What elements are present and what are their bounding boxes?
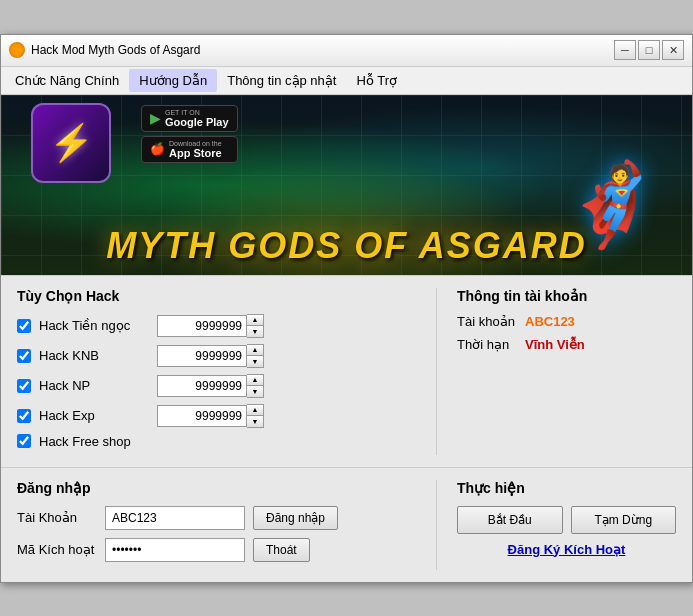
main-section: Tùy Chọn Hack Hack Tiền ngọc ▲ ▼ Hack KN…	[1, 275, 692, 467]
hack-section-title: Tùy Chọn Hack	[17, 288, 416, 304]
hack-knb-checkbox[interactable]	[17, 349, 31, 363]
hack-exp-spinner: ▲ ▼	[157, 404, 264, 428]
game-banner: ⚡ ▶ GET IT ON Google Play 🍎 Download on …	[1, 95, 692, 275]
hack-free-shop-checkbox[interactable]	[17, 434, 31, 448]
login-panel: Đăng nhập Tài Khoản Đăng nhập Mã Kích ho…	[17, 480, 436, 570]
store-badges: ▶ GET IT ON Google Play 🍎 Download on th…	[141, 105, 238, 163]
hack-np-spinner-btns: ▲ ▼	[247, 374, 264, 398]
hack-free-shop-label: Hack Free shop	[39, 434, 149, 449]
hack-option-np: Hack NP ▲ ▼	[17, 374, 416, 398]
hack-np-input[interactable]	[157, 375, 247, 397]
hack-exp-label: Hack Exp	[39, 408, 149, 423]
hero-character: 🦸	[552, 105, 672, 245]
pause-button[interactable]: Tạm Dừng	[571, 506, 677, 534]
bottom-section: Đăng nhập Tài Khoản Đăng nhập Mã Kích ho…	[1, 467, 692, 582]
hack-tien-ngoc-spinner: ▲ ▼	[157, 314, 264, 338]
app-store-badge[interactable]: 🍎 Download on the App Store	[141, 136, 238, 163]
maximize-button[interactable]: □	[638, 40, 660, 60]
menu-bar: Chức Năng Chính Hướng Dẫn Thông tin cập …	[1, 67, 692, 95]
hack-knb-down[interactable]: ▼	[247, 356, 263, 367]
google-play-badge[interactable]: ▶ GET IT ON Google Play	[141, 105, 238, 132]
hack-exp-spinner-btns: ▲ ▼	[247, 404, 264, 428]
hack-exp-input[interactable]	[157, 405, 247, 427]
username-row: Tài Khoản Đăng nhập	[17, 506, 416, 530]
hack-tien-ngoc-up[interactable]: ▲	[247, 315, 263, 326]
hack-knb-spinner: ▲ ▼	[157, 344, 264, 368]
hack-tien-ngoc-down[interactable]: ▼	[247, 326, 263, 337]
username-label: Tài Khoản	[17, 510, 97, 525]
google-play-main-text: Google Play	[165, 116, 229, 128]
account-info-panel: Thông tin tài khoản Tài khoản ABC123 Thờ…	[436, 288, 676, 455]
title-bar-controls: ─ □ ✕	[614, 40, 684, 60]
banner-game-title: MYTH GODS OF ASGARD	[1, 225, 692, 267]
close-button[interactable]: ✕	[662, 40, 684, 60]
hack-np-spinner: ▲ ▼	[157, 374, 264, 398]
apple-icon: 🍎	[150, 142, 165, 156]
tai-khoan-value: ABC123	[525, 314, 575, 329]
hack-exp-checkbox[interactable]	[17, 409, 31, 423]
hack-option-free-shop: Hack Free shop	[17, 434, 416, 449]
minimize-button[interactable]: ─	[614, 40, 636, 60]
hack-option-exp: Hack Exp ▲ ▼	[17, 404, 416, 428]
tai-khoan-label: Tài khoản	[457, 314, 517, 329]
thoi-han-value: Vĩnh Viễn	[525, 337, 585, 352]
hack-tien-ngoc-checkbox[interactable]	[17, 319, 31, 333]
hack-exp-down[interactable]: ▼	[247, 416, 263, 427]
start-button[interactable]: Bắt Đầu	[457, 506, 563, 534]
account-info-title: Thông tin tài khoản	[457, 288, 676, 304]
activation-label: Mã Kích hoạt	[17, 542, 97, 557]
account-details: Tài khoản ABC123 Thời hạn Vĩnh Viễn	[457, 314, 676, 352]
activation-input[interactable]	[105, 538, 245, 562]
menu-item-ho-tro[interactable]: Hỗ Trợ	[346, 69, 407, 92]
login-button[interactable]: Đăng nhập	[253, 506, 338, 530]
thoi-han-label: Thời hạn	[457, 337, 517, 352]
window-icon	[9, 42, 25, 58]
hack-tien-ngoc-label: Hack Tiền ngọc	[39, 318, 149, 333]
register-link[interactable]: Đăng Ký Kích Hoạt	[457, 542, 676, 557]
hack-knb-input[interactable]	[157, 345, 247, 367]
account-row-expiry: Thời hạn Vĩnh Viễn	[457, 337, 676, 352]
action-title: Thực hiện	[457, 480, 676, 496]
hack-np-up[interactable]: ▲	[247, 375, 263, 386]
activation-row: Mã Kích hoạt Thoát	[17, 538, 416, 562]
hack-knb-up[interactable]: ▲	[247, 345, 263, 356]
hack-option-knb: Hack KNB ▲ ▼	[17, 344, 416, 368]
hack-np-down[interactable]: ▼	[247, 386, 263, 397]
hack-tien-ngoc-input[interactable]	[157, 315, 247, 337]
menu-item-thong-tin[interactable]: Thông tin cập nhật	[217, 69, 346, 92]
hack-np-checkbox[interactable]	[17, 379, 31, 393]
window-title: Hack Mod Myth Gods of Asgard	[31, 43, 614, 57]
account-row-username: Tài khoản ABC123	[457, 314, 676, 329]
title-bar: Hack Mod Myth Gods of Asgard ─ □ ✕	[1, 35, 692, 67]
exit-button[interactable]: Thoát	[253, 538, 310, 562]
username-input[interactable]	[105, 506, 245, 530]
hack-exp-up[interactable]: ▲	[247, 405, 263, 416]
hack-np-label: Hack NP	[39, 378, 149, 393]
google-play-icon: ▶	[150, 110, 161, 126]
hack-knb-label: Hack KNB	[39, 348, 149, 363]
app-store-top-text: Download on the	[169, 140, 222, 147]
game-icon: ⚡	[31, 103, 111, 183]
menu-item-huong-dan[interactable]: Hướng Dẫn	[129, 69, 217, 92]
app-store-main-text: App Store	[169, 147, 222, 159]
menu-item-chuc-nang[interactable]: Chức Năng Chính	[5, 69, 129, 92]
hack-tien-ngoc-spinner-btns: ▲ ▼	[247, 314, 264, 338]
main-window: Hack Mod Myth Gods of Asgard ─ □ ✕ Chức …	[0, 34, 693, 583]
action-buttons-row: Bắt Đầu Tạm Dừng	[457, 506, 676, 534]
hack-knb-spinner-btns: ▲ ▼	[247, 344, 264, 368]
google-play-top-text: GET IT ON	[165, 109, 229, 116]
hack-option-tien-ngoc: Hack Tiền ngọc ▲ ▼	[17, 314, 416, 338]
game-icon-art: ⚡	[49, 122, 94, 164]
hack-options-panel: Tùy Chọn Hack Hack Tiền ngọc ▲ ▼ Hack KN…	[17, 288, 436, 455]
login-title: Đăng nhập	[17, 480, 416, 496]
action-panel: Thực hiện Bắt Đầu Tạm Dừng Đăng Ký Kích …	[436, 480, 676, 570]
